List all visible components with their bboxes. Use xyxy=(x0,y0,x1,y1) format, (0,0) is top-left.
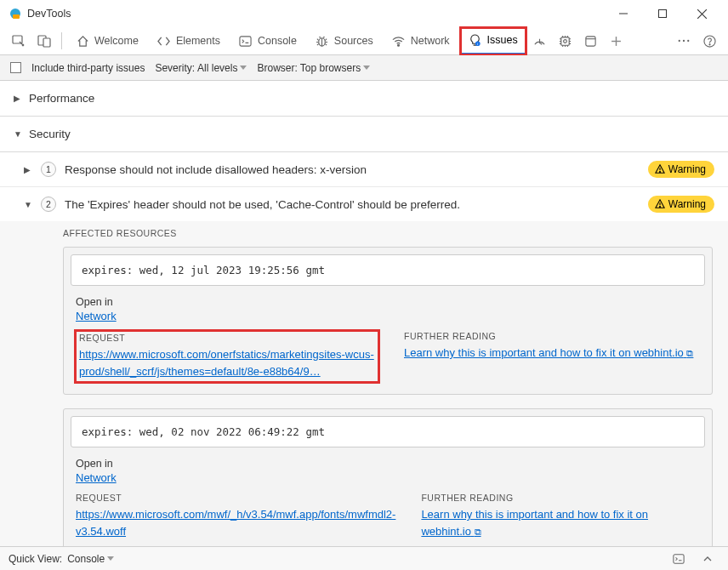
device-icon[interactable] xyxy=(32,29,56,53)
group-label: Performance xyxy=(29,92,94,105)
issues-content: ▶ Performance ▼ Security ▶ 1 Response sh… xyxy=(0,81,728,546)
further-reading-label: FURTHER READING xyxy=(421,493,700,503)
svg-point-20 xyxy=(679,40,680,42)
expand-icon[interactable] xyxy=(696,547,719,571)
issue-row[interactable]: ▼ 2 The 'Expires' header should not be u… xyxy=(0,187,728,221)
performance-icon[interactable] xyxy=(528,29,552,53)
open-in-label: Open in xyxy=(76,458,700,470)
further-reading-column: FURTHER READING Learn why this is import… xyxy=(421,493,700,540)
tab-sources[interactable]: Sources xyxy=(307,27,382,55)
memory-icon[interactable] xyxy=(554,29,577,53)
bug-icon xyxy=(316,34,329,48)
request-column: REQUEST https://www.microsoft.com/mwf/_h… xyxy=(76,493,395,540)
tab-label: Elements xyxy=(176,35,220,47)
warning-text: Warning xyxy=(668,163,706,175)
close-button[interactable] xyxy=(682,0,721,27)
browser-label: Browser: xyxy=(257,62,297,74)
resource-card: expires: wed, 12 jul 2023 19:25:56 gmt O… xyxy=(63,247,713,395)
quick-view-dropdown[interactable]: Console xyxy=(67,553,114,565)
tab-elements[interactable]: Elements xyxy=(149,27,229,55)
chevron-down-icon xyxy=(240,66,247,70)
chevron-right-icon: ▶ xyxy=(14,94,22,103)
tab-label: Console xyxy=(258,35,297,47)
further-reading-label: FURTHER READING xyxy=(404,331,700,341)
tab-console[interactable]: Console xyxy=(230,27,305,55)
open-in-network-link[interactable]: Network xyxy=(76,310,117,322)
open-in-network-link[interactable]: Network xyxy=(76,471,117,484)
svg-point-15 xyxy=(564,39,567,43)
external-link-icon: ⧉ xyxy=(475,527,481,537)
inspect-icon[interactable] xyxy=(7,29,31,53)
svg-rect-14 xyxy=(561,37,569,44)
application-icon[interactable] xyxy=(579,29,603,53)
browser-value: Top browsers xyxy=(300,62,361,74)
tab-label: Welcome xyxy=(94,35,139,47)
window-title: DevTools xyxy=(27,8,71,20)
further-reading-link[interactable]: Learn why this is important and how to f… xyxy=(421,506,700,540)
svg-text:i: i xyxy=(477,42,478,46)
severity-value: All levels xyxy=(197,62,237,74)
request-column: REQUEST https://www.microsoft.com/onerfs… xyxy=(76,331,378,382)
lightbulb-icon: i xyxy=(469,33,482,47)
svg-point-22 xyxy=(687,40,689,42)
chevron-down-icon xyxy=(107,556,114,561)
svg-rect-3 xyxy=(659,10,667,18)
minimize-button[interactable] xyxy=(604,0,643,27)
more-icon[interactable] xyxy=(672,29,696,53)
warning-text: Warning xyxy=(668,198,706,210)
svg-point-26 xyxy=(659,171,660,172)
request-label: REQUEST xyxy=(76,493,395,503)
help-icon[interactable] xyxy=(697,29,721,53)
tabstrip: Welcome Elements Console Sources Network… xyxy=(0,27,728,55)
request-url-link[interactable]: https://www.microsoft.com/onerfstatics/m… xyxy=(79,346,375,380)
console-icon xyxy=(239,34,253,48)
quick-view-bar: Quick View: Console xyxy=(0,546,728,570)
svg-rect-9 xyxy=(240,36,251,45)
tab-label: Network xyxy=(411,35,450,47)
further-reading-link[interactable]: Learn why this is important and how to f… xyxy=(404,345,700,362)
group-security[interactable]: ▼ Security xyxy=(0,117,728,152)
tab-label: Issues xyxy=(487,34,518,46)
third-party-checkbox[interactable] xyxy=(10,62,21,73)
affected-resources: AFFECTED RESOURCES expires: wed, 12 jul … xyxy=(0,221,728,546)
tab-issues[interactable]: i Issues xyxy=(460,27,526,55)
resource-card: expires: wed, 02 nov 2022 06:49:22 gmt O… xyxy=(63,408,713,546)
console-panel-icon[interactable] xyxy=(667,547,691,571)
elements-icon xyxy=(157,34,171,48)
group-label: Security xyxy=(29,128,71,140)
chevron-down-icon: ▼ xyxy=(14,129,22,139)
open-in-label: Open in xyxy=(76,296,700,308)
maximize-button[interactable] xyxy=(643,0,682,27)
affected-resources-label: AFFECTED RESOURCES xyxy=(63,228,713,238)
tab-network[interactable]: Network xyxy=(384,27,458,55)
severity-label: Severity: xyxy=(155,62,195,74)
resource-header: expires: wed, 12 jul 2023 19:25:56 gmt xyxy=(71,254,705,286)
svg-point-28 xyxy=(659,206,660,207)
svg-point-24 xyxy=(708,43,709,44)
tab-welcome[interactable]: Welcome xyxy=(67,27,147,55)
svg-point-21 xyxy=(683,40,685,42)
add-tab-icon[interactable] xyxy=(605,29,628,53)
issue-row[interactable]: ▶ 1 Response should not include disallow… xyxy=(0,152,728,187)
severity-dropdown[interactable]: Severity: All levels xyxy=(155,62,247,74)
svg-rect-8 xyxy=(43,38,50,47)
request-label: REQUEST xyxy=(79,333,375,343)
issue-title: Response should not include disallowed h… xyxy=(65,163,367,176)
group-performance[interactable]: ▶ Performance xyxy=(0,81,728,117)
issue-count-badge: 2 xyxy=(41,197,56,212)
chevron-right-icon: ▶ xyxy=(24,165,32,174)
wifi-icon xyxy=(392,34,406,48)
resource-header: expires: wed, 02 nov 2022 06:49:22 gmt xyxy=(71,416,705,447)
svg-rect-29 xyxy=(674,554,684,563)
browser-dropdown[interactable]: Browser: Top browsers xyxy=(257,62,370,74)
warning-badge: Warning xyxy=(648,196,714,213)
issue-count-badge: 1 xyxy=(41,162,56,177)
warning-badge: Warning xyxy=(648,161,714,178)
further-reading-column: FURTHER READING Learn why this is import… xyxy=(404,331,700,382)
app-icon xyxy=(9,7,22,20)
tab-label: Sources xyxy=(334,35,373,47)
issue-title: The 'Expires' header should not be used,… xyxy=(65,198,460,211)
chevron-down-icon: ▼ xyxy=(24,200,32,209)
request-url-link[interactable]: https://www.microsoft.com/mwf/_h/v3.54/m… xyxy=(76,506,395,540)
external-link-icon: ⧉ xyxy=(686,348,693,358)
